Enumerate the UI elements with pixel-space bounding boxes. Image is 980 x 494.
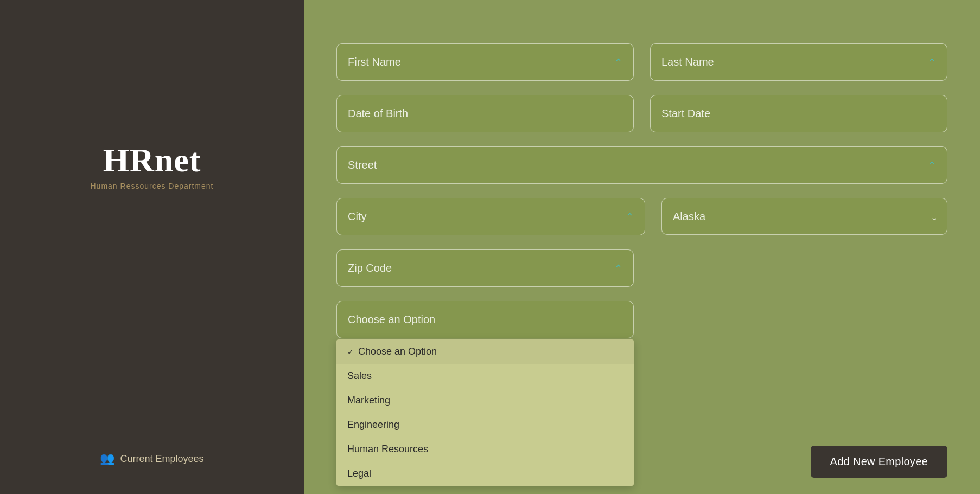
add-new-employee-button[interactable]: Add New Employee <box>811 446 947 478</box>
start-date-input[interactable] <box>661 107 936 120</box>
app-subtitle: Human Ressources Department <box>91 182 214 190</box>
first-name-field[interactable]: ⌃ <box>336 43 634 81</box>
department-option-sales[interactable]: Sales <box>336 364 634 388</box>
zip-field[interactable]: ⌃ <box>336 249 634 287</box>
department-dropdown-menu: ✓ Choose an Option Sales Marketing Engin… <box>336 339 634 486</box>
last-name-icon: ⌃ <box>928 56 936 68</box>
dob-field[interactable] <box>336 95 634 132</box>
department-row: Choose an Option ✓ Choose an Option Sale… <box>336 301 947 338</box>
state-select[interactable]: AlabamaAlaskaArizonaArkansasCaliforniaCo… <box>661 198 947 235</box>
current-employees-nav[interactable]: 👥 Current Employees <box>89 445 214 472</box>
app-title: HRnet <box>103 141 201 179</box>
street-row: ⌃ <box>336 146 947 184</box>
last-name-field[interactable]: ⌃ <box>650 43 947 81</box>
current-employees-label: Current Employees <box>120 453 203 465</box>
department-dropdown-container: Choose an Option ✓ Choose an Option Sale… <box>336 301 634 338</box>
department-trigger[interactable]: Choose an Option <box>336 301 634 338</box>
department-option-label: Engineering <box>347 419 399 431</box>
department-option-legal[interactable]: Legal <box>336 461 634 486</box>
last-name-input[interactable] <box>661 56 928 68</box>
main-content: ⌃ ⌃ ⌃ ⌃ <box>304 0 980 494</box>
city-icon: ⌃ <box>626 211 634 223</box>
department-option-label: Legal <box>347 468 371 479</box>
city-state-row: ⌃ AlabamaAlaskaArizonaArkansasCalifornia… <box>336 198 947 235</box>
employee-form: ⌃ ⌃ ⌃ ⌃ <box>336 43 947 338</box>
state-select-wrapper[interactable]: AlabamaAlaskaArizonaArkansasCaliforniaCo… <box>661 198 947 235</box>
department-option-hr[interactable]: Human Resources <box>336 437 634 461</box>
logo-area: HRnet Human Ressources Department <box>91 141 214 190</box>
street-input[interactable] <box>348 159 928 171</box>
people-icon: 👥 <box>100 452 114 466</box>
zip-icon: ⌃ <box>614 262 622 274</box>
department-option-label: Marketing <box>347 395 390 406</box>
department-option-engineering[interactable]: Engineering <box>336 413 634 437</box>
zip-input[interactable] <box>348 262 614 274</box>
department-label: Choose an Option <box>348 313 435 326</box>
name-row: ⌃ ⌃ <box>336 43 947 81</box>
date-row <box>336 95 947 132</box>
department-option-choose[interactable]: ✓ Choose an Option <box>336 339 634 364</box>
checkmark-icon: ✓ <box>347 348 354 356</box>
department-option-label: Human Resources <box>347 444 428 455</box>
dob-input[interactable] <box>348 107 622 120</box>
zip-row: ⌃ <box>336 249 947 287</box>
sidebar: HRnet Human Ressources Department 👥 Curr… <box>0 0 304 494</box>
start-date-field[interactable] <box>650 95 947 132</box>
department-option-label: Sales <box>347 370 372 382</box>
first-name-icon: ⌃ <box>614 56 622 68</box>
street-icon: ⌃ <box>928 159 936 171</box>
city-field[interactable]: ⌃ <box>336 198 645 235</box>
street-field[interactable]: ⌃ <box>336 146 947 184</box>
city-input[interactable] <box>348 210 626 223</box>
department-option-marketing[interactable]: Marketing <box>336 388 634 413</box>
first-name-input[interactable] <box>348 56 614 68</box>
department-option-label: Choose an Option <box>358 346 437 357</box>
